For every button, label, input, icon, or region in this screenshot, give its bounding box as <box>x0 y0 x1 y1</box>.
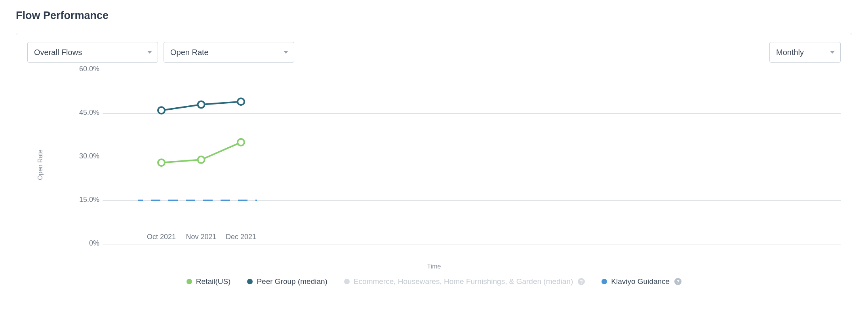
series-marker[interactable] <box>198 156 205 163</box>
flow-performance-panel: Overall Flows Open Rate Monthly Open Rat… <box>16 33 852 310</box>
y-tick-label: 30.0% <box>68 152 99 160</box>
legend-item-guidance[interactable]: Klaviyo Guidance ? <box>602 277 681 286</box>
interval-select-value: Monthly <box>776 48 804 57</box>
section-title: Flow Performance <box>16 10 852 22</box>
series-marker[interactable] <box>198 101 205 108</box>
x-tick-label: Nov 2021 <box>186 233 216 241</box>
legend-item-retail[interactable]: Retail(US) <box>187 277 231 286</box>
legend-label: Peer Group (median) <box>257 277 327 286</box>
x-ticks: Oct 2021Nov 2021Dec 2021 <box>138 230 841 244</box>
interval-select[interactable]: Monthly <box>769 42 841 63</box>
chart-toolbar: Overall Flows Open Rate Monthly <box>27 42 841 63</box>
y-tick-label: 60.0% <box>68 65 99 73</box>
x-tick-label: Dec 2021 <box>226 233 256 241</box>
metric-select-value: Open Rate <box>170 48 209 57</box>
series-marker[interactable] <box>158 107 165 114</box>
legend-dot-icon <box>344 279 350 284</box>
legend-label: Ecommerce, Housewares, Home Furnishings,… <box>354 277 573 286</box>
legend-dot-icon <box>187 279 192 284</box>
metric-select[interactable]: Open Rate <box>164 42 294 63</box>
series-svg <box>138 70 257 244</box>
x-axis-label: Time <box>27 263 841 270</box>
chevron-down-icon <box>830 51 835 54</box>
chevron-down-icon <box>147 51 152 54</box>
help-icon[interactable]: ? <box>674 278 681 285</box>
legend-dot-icon <box>602 279 607 284</box>
y-tick-label: 0% <box>68 239 99 247</box>
legend-label: Retail(US) <box>196 277 231 286</box>
series-marker[interactable] <box>158 159 165 166</box>
chart-area: Open Rate 60.0%45.0%30.0%15.0%0% Oct 202… <box>27 70 841 260</box>
chevron-down-icon <box>284 51 288 54</box>
series-marker[interactable] <box>238 139 244 146</box>
flow-select[interactable]: Overall Flows <box>27 42 158 63</box>
help-icon[interactable]: ? <box>578 278 585 285</box>
legend-item-peer[interactable]: Peer Group (median) <box>247 277 327 286</box>
legend-item-ecommerce[interactable]: Ecommerce, Housewares, Home Furnishings,… <box>344 277 585 286</box>
flow-select-value: Overall Flows <box>34 48 82 57</box>
x-tick-label: Oct 2021 <box>147 233 176 241</box>
chart-legend: Retail(US) Peer Group (median) Ecommerce… <box>27 277 841 286</box>
y-tick-label: 15.0% <box>68 196 99 204</box>
plot-region: 60.0%45.0%30.0%15.0%0% Oct 2021Nov 2021D… <box>63 70 841 244</box>
legend-dot-icon <box>247 279 253 284</box>
series-marker[interactable] <box>238 98 244 105</box>
y-tick-label: 45.0% <box>68 109 99 117</box>
y-axis-label: Open Rate <box>37 149 44 180</box>
legend-label: Klaviyo Guidance <box>611 277 670 286</box>
